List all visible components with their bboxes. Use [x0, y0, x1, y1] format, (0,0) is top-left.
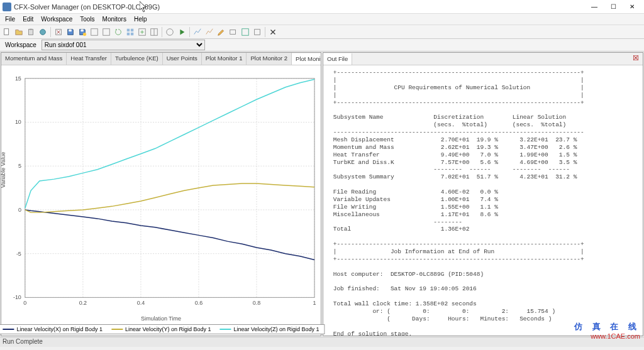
window-title: CFX-Solver Manager (on DESKTOP-0LC889G)	[14, 3, 585, 11]
workspace-label: Workspace	[3, 41, 39, 48]
legend-item-x: Linear Velocity(X) on Rigid Body 1	[3, 326, 103, 332]
toolbar	[0, 25, 644, 39]
svg-rect-13	[131, 32, 133, 35]
play-icon[interactable]	[176, 26, 187, 38]
separator	[50, 27, 51, 37]
svg-point-7	[83, 32, 86, 35]
svg-text:1: 1	[313, 300, 316, 306]
monitor2-icon[interactable]	[204, 26, 215, 38]
new-icon[interactable]	[1, 26, 13, 38]
add-icon[interactable]	[136, 26, 148, 38]
menubar: File Edit Workspace Tools Monitors Help	[0, 14, 644, 25]
chart-legend: Linear Velocity(X) on Rigid Body 1 Linea…	[0, 324, 325, 334]
x-axis-label: Simulation Time	[141, 315, 181, 322]
svg-rect-18	[230, 30, 236, 34]
close-workspace-icon[interactable]	[53, 26, 64, 38]
svg-rect-2	[30, 28, 32, 30]
plot-pane: Momentum and Mass Heat Transfer Turbulen…	[1, 52, 321, 336]
open-icon[interactable]	[13, 26, 25, 38]
monitor1-icon[interactable]	[192, 26, 203, 38]
svg-rect-9	[103, 28, 110, 35]
svg-rect-20	[255, 29, 260, 35]
close-button[interactable]: ✕	[623, 1, 641, 13]
tab-pm1[interactable]: Plot Monitor 1	[202, 53, 247, 65]
zoom-icon[interactable]	[228, 26, 239, 38]
svg-rect-19	[242, 28, 249, 35]
svg-text:0: 0	[18, 207, 21, 213]
edit-icon[interactable]	[216, 26, 227, 38]
separator	[162, 27, 162, 37]
layout-icon[interactable]	[148, 26, 160, 38]
menu-monitors[interactable]: Monitors	[99, 14, 130, 24]
svg-rect-8	[91, 28, 98, 35]
close-x-icon[interactable]	[267, 26, 279, 38]
svg-text:15: 15	[15, 75, 21, 82]
workspace-select[interactable]: Run sixdof 001	[42, 40, 205, 50]
stop-icon[interactable]	[101, 26, 112, 38]
run-icon[interactable]	[164, 26, 175, 38]
menu-tools[interactable]: Tools	[76, 14, 98, 24]
plot-tabs: Momentum and Mass Heat Transfer Turbulen…	[1, 53, 321, 65]
svg-rect-12	[127, 32, 130, 35]
fullscreen-icon[interactable]	[240, 26, 251, 38]
globe-icon[interactable]	[37, 26, 48, 38]
tab-pm2[interactable]: Plot Monitor 2	[247, 53, 292, 65]
menu-edit[interactable]: Edit	[19, 14, 37, 24]
svg-text:-10: -10	[13, 294, 21, 300]
chart-area[interactable]: Variable Value 00.20.40.60.81-10-5051015…	[1, 65, 321, 336]
tab-outfile[interactable]: Out File	[323, 53, 352, 65]
svg-rect-0	[4, 28, 9, 35]
y-axis-label: Variable Value	[0, 152, 6, 188]
svg-rect-10	[127, 28, 130, 31]
svg-text:0.8: 0.8	[253, 300, 260, 306]
maximize-button[interactable]: ☐	[604, 1, 623, 13]
tab-userpoints[interactable]: User Points	[163, 53, 202, 65]
svg-text:0.4: 0.4	[137, 300, 145, 306]
svg-rect-1	[29, 29, 33, 35]
separator	[265, 27, 265, 37]
tab-pm3[interactable]: Plot Monitor 3	[292, 53, 321, 65]
watermark: 仿 真 在 线 www.1CAE.com	[574, 321, 640, 340]
svg-text:-5: -5	[16, 251, 21, 257]
svg-point-3	[40, 29, 46, 35]
svg-text:5: 5	[18, 163, 21, 169]
tab-turbulence[interactable]: Turbulence (KE)	[111, 53, 163, 65]
output-tabs: Out File ☒	[323, 53, 643, 65]
menu-help[interactable]: Help	[130, 14, 151, 24]
svg-rect-6	[80, 29, 83, 31]
tab-momentum[interactable]: Momentum and Mass	[1, 53, 67, 65]
output-pane: Out File ☒ +----------------------------…	[323, 52, 643, 336]
legend-item-z: Linear Velocity(Z) on Rigid Body 1	[220, 326, 319, 332]
output-text[interactable]: +---------------------------------------…	[323, 65, 643, 336]
titlebar: CFX-Solver Manager (on DESKTOP-0LC889G) …	[0, 0, 644, 14]
minimize-button[interactable]: —	[585, 1, 604, 13]
svg-rect-5	[69, 29, 71, 31]
separator	[189, 27, 190, 37]
grid-icon[interactable]	[125, 26, 136, 38]
svg-text:0: 0	[23, 300, 26, 306]
svg-text:0.2: 0.2	[79, 300, 87, 306]
svg-text:10: 10	[15, 119, 21, 125]
refresh-icon[interactable]	[113, 26, 124, 38]
legend-item-y: Linear Velocity(Y) on Rigid Body 1	[111, 326, 211, 332]
svg-point-17	[167, 28, 174, 35]
window-controls: — ☐ ✕	[585, 1, 641, 13]
start-icon[interactable]	[89, 26, 100, 38]
menu-file[interactable]: File	[1, 14, 19, 24]
svg-rect-45	[25, 79, 314, 298]
workspace-bar: Workspace Run sixdof 001	[0, 39, 644, 52]
svg-text:0.6: 0.6	[195, 300, 203, 306]
settings-icon[interactable]	[252, 26, 263, 38]
statusbar: Run Complete	[0, 337, 644, 347]
save-icon[interactable]	[65, 26, 76, 38]
tab-heat[interactable]: Heat Transfer	[67, 53, 111, 65]
app-icon	[3, 3, 11, 11]
close-output-icon[interactable]: ☒	[629, 53, 643, 65]
chart-svg: 00.20.40.60.81-10-5051015	[1, 65, 321, 336]
body: Momentum and Mass Heat Transfer Turbulen…	[0, 52, 644, 337]
save-as-icon[interactable]	[77, 26, 88, 38]
menu-workspace[interactable]: Workspace	[37, 14, 76, 24]
svg-rect-11	[131, 28, 133, 31]
paste-icon[interactable]	[25, 26, 36, 38]
